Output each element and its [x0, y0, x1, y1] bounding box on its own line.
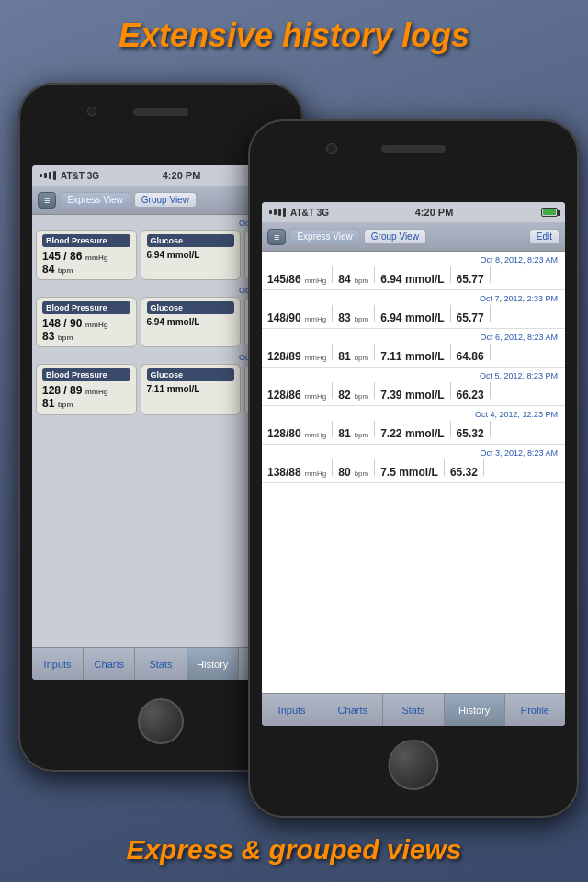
history-content-right: Oct 8, 2012, 8:23 AM 145/86 mmHg 84 bpm …: [262, 252, 565, 693]
r-signal-bar-2: [274, 209, 277, 215]
express-view-button-left[interactable]: Express View: [60, 192, 130, 208]
glc-r4: 7.39 mmol/L: [380, 389, 444, 401]
menu-button-left[interactable]: ≡: [38, 192, 56, 209]
bp-card-3: Blood Pressure 128 / 89 mmHg 81 bpm: [36, 364, 137, 415]
tab-charts-left[interactable]: Charts: [84, 648, 135, 680]
hr-unit-r4: bpm: [355, 392, 369, 401]
tab-inputs-right[interactable]: Inputs: [262, 694, 322, 726]
hr-r2: 83: [338, 311, 350, 324]
data-r6: 138/88 mmHg 80 bpm 7.5 mmol/L 65.32: [267, 459, 558, 479]
phone-right: AT&T 3G 4:20 PM ≡ Express View Group Vie…: [248, 119, 579, 818]
bp-r6: 138/88: [267, 466, 301, 479]
glc-r2: 6.94 mmol/L: [380, 311, 444, 324]
r-signal-bar-1: [269, 210, 272, 214]
date-r3: Oct 6, 2012, 8:23 AM: [267, 333, 558, 342]
bp-unit-r6: mmHg: [305, 469, 327, 478]
div2-r3: [374, 344, 375, 360]
tab-stats-right[interactable]: Stats: [383, 694, 444, 726]
div3-r3: [450, 344, 451, 360]
div1-r6: [332, 459, 333, 476]
hr-value-2: 83 bpm: [42, 330, 130, 343]
hr-r5: 81: [338, 427, 350, 440]
bp-card-title-3: Blood Pressure: [42, 368, 130, 381]
div2-r6: [374, 459, 375, 476]
date-r5: Oct 4, 2012, 12:23 PM: [267, 410, 558, 419]
bp-card-title-2: Blood Pressure: [42, 301, 130, 314]
glucose-card-title-1: Glucose: [147, 234, 235, 247]
battery-fill-right: [543, 209, 556, 215]
bp-unit-r1: mmHg: [305, 277, 327, 285]
data-r2: 148/90 mmHg 83 bpm 6.94 mmol/L 65.77: [267, 305, 558, 324]
bp-card-title-1: Blood Pressure: [42, 234, 130, 247]
hr-unit-r3: bpm: [355, 354, 369, 362]
bp-card-2: Blood Pressure 148 / 90 mmHg 83 bpm: [36, 297, 137, 347]
screen-right: AT&T 3G 4:20 PM ≡ Express View Group Vie…: [262, 202, 565, 726]
carrier-right: AT&T 3G: [290, 208, 329, 218]
express-view-button-right[interactable]: Express View: [289, 229, 359, 244]
glucose-card-1: Glucose 6.94 mmol/L: [141, 230, 242, 280]
tab-history-left[interactable]: History: [187, 648, 239, 680]
signal-bar-1: [40, 174, 42, 177]
history-row-r6[interactable]: Oct 3, 2012, 8:23 AM 138/88 mmHg 80 bpm …: [262, 445, 565, 483]
carrier-left: AT&T 3G: [61, 171, 99, 181]
tab-profile-right[interactable]: Profile: [505, 694, 565, 726]
hr-unit-r1: bpm: [355, 277, 369, 285]
wt-r5: 65.32: [457, 427, 484, 440]
time-left: 4:20 PM: [163, 170, 201, 181]
history-row-r4[interactable]: Oct 5, 2012, 8:23 PM 128/86 mmHg 82 bpm …: [262, 368, 565, 406]
div2-r5: [374, 421, 375, 437]
bp-r1: 145/86: [267, 273, 301, 286]
bp-r2: 148/90: [267, 311, 301, 324]
div3-r6: [444, 459, 445, 476]
tab-charts-right[interactable]: Charts: [322, 694, 383, 726]
div4-r5: [490, 421, 491, 437]
title-bottom: Express & grouped views: [0, 834, 588, 865]
bp-r4: 128/86: [267, 389, 301, 401]
div1-r4: [332, 382, 333, 399]
camera-left: [87, 107, 96, 116]
wt-r2: 65.77: [457, 311, 484, 324]
hr-unit-r6: bpm: [355, 469, 369, 478]
tab-stats-left[interactable]: Stats: [135, 648, 187, 680]
group-view-button-right[interactable]: Group View: [364, 229, 426, 244]
glucose-card-2: Glucose 6.94 mmol/L: [141, 297, 242, 347]
home-button-left[interactable]: [138, 698, 184, 744]
div1-r3: [332, 344, 333, 360]
glucose-card-3: Glucose 7.11 mmol/L: [141, 364, 242, 415]
history-row-r5[interactable]: Oct 4, 2012, 12:23 PM 128/80 mmHg 81 bpm…: [262, 406, 565, 445]
bp-value-2: 148 / 90 mmHg: [42, 317, 130, 330]
signal-bar-2: [44, 173, 47, 178]
date-r2: Oct 7, 2012, 2:33 PM: [267, 294, 558, 303]
glucose-value-2: 6.94 mmol/L: [147, 317, 235, 327]
tab-inputs-left[interactable]: Inputs: [32, 648, 84, 680]
battery-right: [541, 208, 558, 217]
group-view-button-left[interactable]: Group View: [134, 192, 197, 208]
history-row-r2[interactable]: Oct 7, 2012, 2:33 PM 148/90 mmHg 83 bpm …: [262, 290, 565, 329]
title-top: Extensive history logs: [0, 17, 588, 55]
menu-button-right[interactable]: ≡: [267, 229, 286, 245]
hr-r3: 81: [338, 350, 350, 363]
hr-unit-r2: bpm: [355, 315, 369, 323]
bp-value-1: 145 / 86 mmHg: [42, 250, 130, 263]
glc-r5: 7.22 mmol/L: [380, 427, 444, 440]
div1-r2: [332, 305, 333, 322]
bp-value-3: 128 / 89 mmHg: [42, 384, 130, 397]
bp-unit-r4: mmHg: [305, 392, 327, 401]
div2-r4: [374, 382, 375, 399]
history-row-r3[interactable]: Oct 6, 2012, 8:23 AM 128/89 mmHg 81 bpm …: [262, 329, 565, 368]
edit-button-right[interactable]: Edit: [529, 229, 560, 244]
signal-left: [40, 171, 56, 180]
date-r6: Oct 3, 2012, 8:23 AM: [267, 448, 558, 458]
data-r1: 145/86 mmHg 84 bpm 6.94 mmol/L 65.77: [267, 266, 558, 286]
tab-history-right[interactable]: History: [445, 694, 505, 726]
wt-r3: 64.86: [457, 350, 484, 363]
div3-r4: [450, 382, 451, 399]
hr-unit-r5: bpm: [355, 431, 369, 439]
home-button-right[interactable]: [389, 740, 439, 790]
bp-r5: 128/80: [267, 427, 301, 440]
date-r4: Oct 5, 2012, 8:23 PM: [267, 371, 558, 380]
div2-r1: [374, 266, 375, 283]
history-row-r1[interactable]: Oct 8, 2012, 8:23 AM 145/86 mmHg 84 bpm …: [262, 252, 565, 290]
glucose-value-3: 7.11 mmol/L: [147, 384, 235, 394]
hr-value-3: 81 bpm: [42, 397, 130, 410]
